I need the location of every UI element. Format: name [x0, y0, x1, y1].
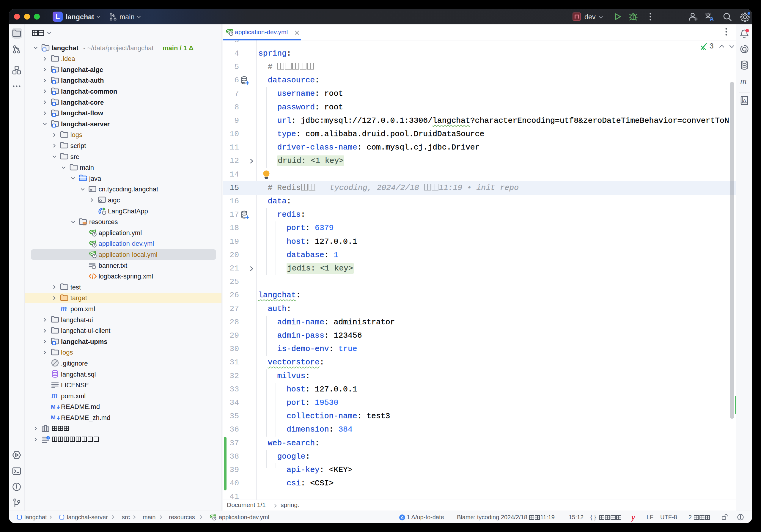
- svg-text:M: M: [51, 404, 56, 410]
- svg-text:y: y: [631, 513, 635, 522]
- svg-text:A: A: [743, 98, 746, 103]
- svg-text:m: m: [740, 76, 747, 86]
- svg-text:A: A: [710, 16, 714, 22]
- svg-text:m: m: [61, 304, 67, 313]
- svg-text:M: M: [51, 414, 56, 421]
- svg-text:m: m: [51, 391, 58, 400]
